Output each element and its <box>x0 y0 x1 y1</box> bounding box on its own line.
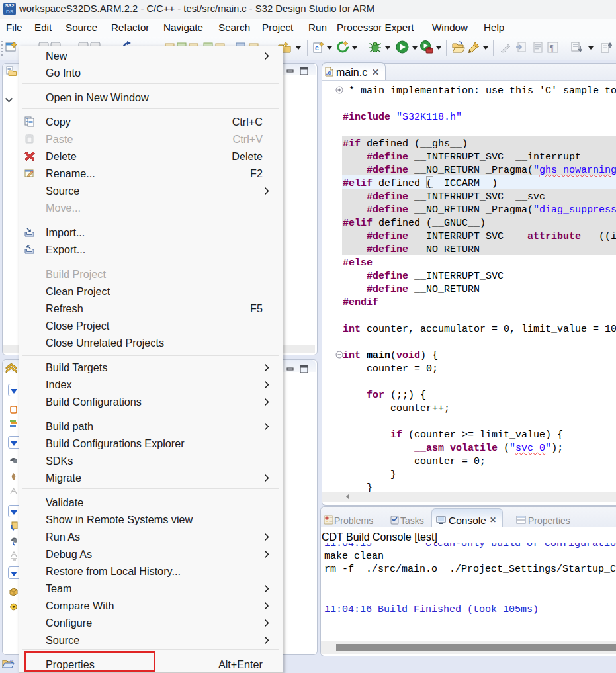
svg-text:.c: .c <box>326 69 331 76</box>
svg-text:c: c <box>315 44 319 52</box>
svg-text:c: c <box>10 658 13 664</box>
svg-text:¶: ¶ <box>550 43 554 52</box>
